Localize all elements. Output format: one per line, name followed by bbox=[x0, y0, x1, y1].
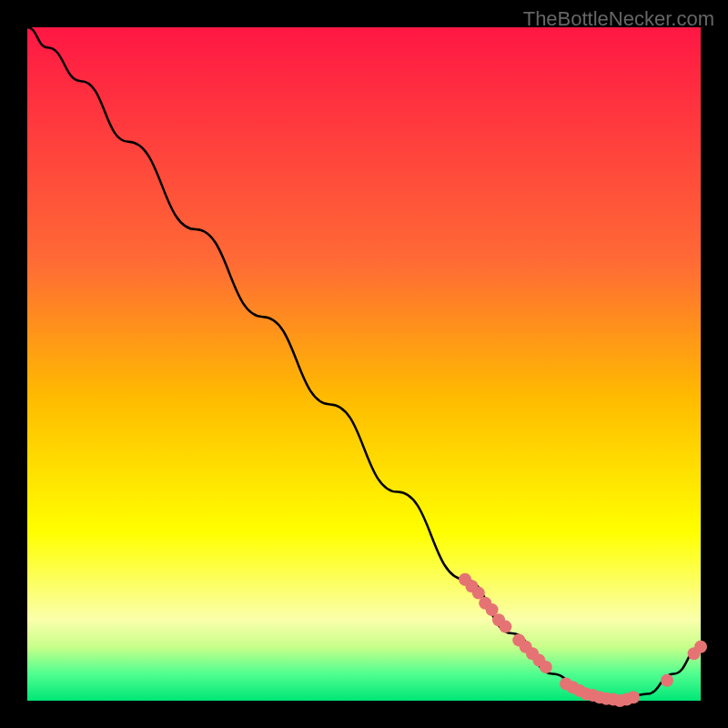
bottleneck-chart bbox=[0, 0, 728, 728]
data-marker bbox=[661, 674, 673, 687]
watermark-text: TheBottleNecker.com bbox=[523, 7, 714, 31]
chart-container: TheBottleNecker.com bbox=[0, 0, 728, 728]
data-marker bbox=[499, 621, 511, 633]
data-marker bbox=[540, 661, 552, 673]
data-marker bbox=[694, 641, 707, 653]
plot-background bbox=[27, 27, 701, 701]
data-marker bbox=[627, 691, 640, 703]
